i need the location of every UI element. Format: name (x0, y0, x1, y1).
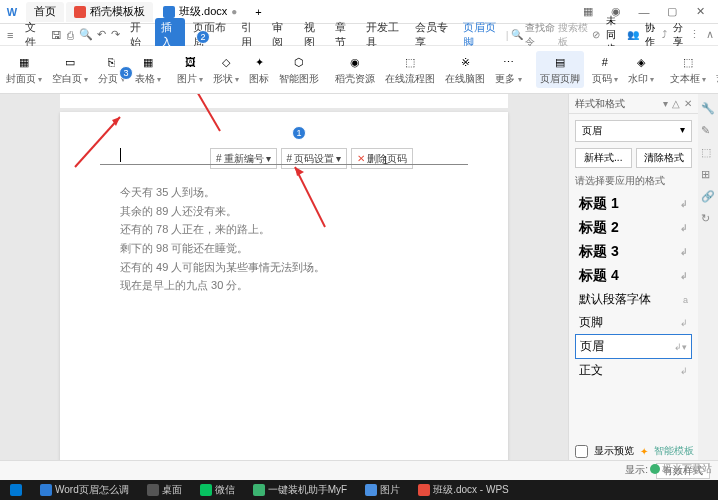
styles-panel-header: 样式和格式 ▾△✕ (569, 94, 698, 114)
style-hint: 请选择要应用的格式 (575, 174, 692, 188)
undo-icon[interactable]: ↶ (95, 27, 108, 43)
content-area: 页眉 1 #重新编号▾ #页码设置▾ ✕删除页码 今天有 35 人到场。 其余的… (0, 94, 718, 478)
pagenum-settings-button[interactable]: #页码设置▾ (281, 148, 348, 169)
text-line: 现在是早上的九点 30 分。 (120, 276, 468, 295)
toolbox-icon[interactable]: 🔧 (701, 102, 715, 116)
share-button[interactable]: 分享 (673, 21, 683, 49)
cursor (120, 148, 121, 162)
pencil-icon[interactable]: ✎ (701, 124, 715, 138)
text-line: 剩下的 98 可能还在睡觉。 (120, 239, 468, 258)
taskbar: Word页眉怎么调 桌面 微信 一键装机助手MyF 图片 班级.docx - W… (0, 480, 718, 500)
hamburger-icon[interactable]: ≡ (4, 27, 17, 43)
close-panel-icon[interactable]: ✕ (684, 98, 692, 109)
ribbon-mindmap[interactable]: ※在线脑图 (443, 53, 487, 86)
ribbon: ▦封面页 ▭空白页 ⎘分页 ▦表格 🖼图片 ◇形状 ✦图标 ⬡智能图形 ◉稻壳资… (0, 46, 718, 94)
task-item[interactable]: 班级.docx - WPS (412, 483, 515, 497)
print-icon[interactable]: ⎙ (64, 27, 77, 43)
ribbon-shapes[interactable]: ◇形状 (211, 53, 241, 86)
ribbon-icons[interactable]: ✦图标 (247, 53, 271, 86)
text-line: 还有的 49 人可能因为某些事情无法到场。 (120, 258, 468, 277)
statusbar: 显示: 有效样式 (0, 460, 718, 480)
ribbon-header-footer[interactable]: ▤页眉页脚 (536, 51, 584, 88)
step-badge-2: 2 (196, 30, 210, 44)
start-button[interactable] (4, 484, 28, 496)
ruler[interactable] (60, 94, 508, 108)
collab-button[interactable]: 协作 (645, 21, 655, 49)
ribbon-smart-graphic[interactable]: ⬡智能图形 (277, 53, 321, 86)
doc-icon (163, 6, 175, 18)
header-divider (100, 164, 468, 165)
renumber-button[interactable]: #重新编号▾ (210, 148, 277, 169)
task-item[interactable]: 微信 (194, 483, 241, 497)
ribbon-flowchart[interactable]: ⬚在线流程图 (383, 53, 437, 86)
smart-template-link[interactable]: 智能模板 (654, 444, 694, 458)
new-style-button[interactable]: 新样式... (575, 148, 632, 168)
document-page[interactable]: 1 #重新编号▾ #页码设置▾ ✕删除页码 今天有 35 人到场。 其余的 89… (60, 112, 508, 472)
ribbon-textbox[interactable]: ⬚文本框 (668, 53, 708, 86)
show-preview-checkbox[interactable] (575, 445, 588, 458)
settings-icon[interactable]: ⊞ (701, 168, 715, 182)
watermark: 极光下载站 (650, 462, 712, 476)
style-footer[interactable]: 页脚↲ (575, 311, 692, 334)
text-line: 其余的 89 人还没有来。 (120, 202, 468, 221)
ribbon-cover-page[interactable]: ▦封面页 (4, 53, 44, 86)
step-badge-3: 3 (119, 66, 133, 80)
clear-format-button[interactable]: 清除格式 (636, 148, 693, 168)
style-heading2[interactable]: 标题 2↲ (575, 216, 692, 240)
text-line: 还有的 78 人正在，来的路上。 (120, 220, 468, 239)
menubar: ≡ 文件 🖫 ⎙ 🔍 ↶ ↷ 开始 插入 页面布局 引用 审阅 视图 章节 开发… (0, 24, 718, 46)
ribbon-picture[interactable]: 🖼图片 (175, 53, 205, 86)
link-icon[interactable]: 🔗 (701, 190, 715, 204)
ribbon-page-number[interactable]: #页码 (590, 53, 620, 86)
find-command[interactable]: 查找命令 (525, 21, 556, 49)
style-header[interactable]: 页眉↲▾ (575, 334, 692, 359)
template-icon (74, 6, 86, 18)
task-item[interactable]: 一键装机助手MyF (247, 483, 353, 497)
style-heading4[interactable]: 标题 4↲ (575, 264, 692, 288)
ribbon-blank-page[interactable]: ▭空白页 (50, 53, 90, 86)
pin-icon[interactable]: △ (672, 98, 680, 109)
ribbon-wordart[interactable]: A艺术字 (714, 53, 718, 86)
right-icon-bar: 🔧 ✎ ⬚ ⊞ 🔗 ↻ (698, 94, 718, 478)
task-item[interactable]: 图片 (359, 483, 406, 497)
refresh-icon[interactable]: ↻ (701, 212, 715, 226)
search-template[interactable]: 搜索模板 (558, 21, 589, 49)
style-heading3[interactable]: 标题 3↲ (575, 240, 692, 264)
redo-icon[interactable]: ↷ (110, 27, 123, 43)
ribbon-table[interactable]: ▦表格 (133, 53, 163, 86)
dropdown-icon[interactable]: ▾ (663, 98, 668, 109)
ribbon-daoke[interactable]: ◉稻壳资源 (333, 53, 377, 86)
ribbon-more[interactable]: ⋯更多 (493, 53, 523, 86)
panel-title: 样式和格式 (575, 97, 625, 111)
task-item[interactable]: Word页眉怎么调 (34, 483, 135, 497)
style-heading1[interactable]: 标题 1↲ (575, 192, 692, 216)
close-icon[interactable]: ● (231, 6, 237, 17)
style-default-font[interactable]: 默认段落字体a (575, 288, 692, 311)
styles-panel: 样式和格式 ▾△✕ 页眉▾ 新样式... 清除格式 请选择要应用的格式 标题 1… (568, 94, 698, 478)
style-body[interactable]: 正文↲ (575, 359, 692, 382)
text-line: 今天有 35 人到场。 (120, 183, 468, 202)
document-area: 页眉 1 #重新编号▾ #页码设置▾ ✕删除页码 今天有 35 人到场。 其余的… (0, 94, 568, 478)
step-badge-1: 1 (292, 126, 306, 140)
body-text[interactable]: 今天有 35 人到场。 其余的 89 人还没有来。 还有的 78 人正在，来的路… (120, 183, 468, 295)
save-icon[interactable]: 🖫 (50, 27, 63, 43)
task-item[interactable]: 桌面 (141, 483, 188, 497)
pagenum-toolbar: #重新编号▾ #页码设置▾ ✕删除页码 (210, 148, 468, 169)
current-style[interactable]: 页眉▾ (575, 120, 692, 142)
select-icon[interactable]: ⬚ (701, 146, 715, 160)
preview-icon[interactable]: 🔍 (79, 27, 93, 43)
filter-label: 显示: (625, 463, 648, 479)
ribbon-watermark[interactable]: ◈水印 (626, 53, 656, 86)
page-number: 1 (382, 152, 388, 169)
show-preview-label: 显示预览 (594, 444, 634, 458)
